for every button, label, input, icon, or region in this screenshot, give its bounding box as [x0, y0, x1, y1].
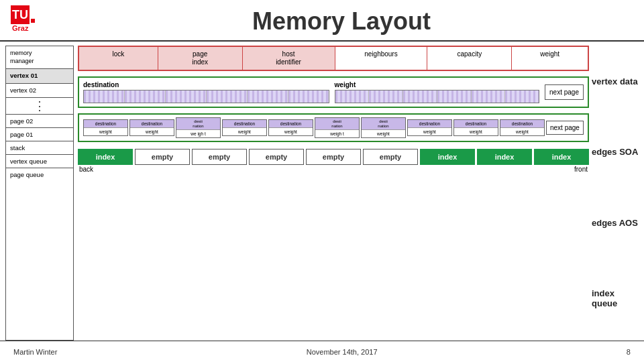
side-label-edges-aos: edges AOS [592, 219, 639, 229]
iq-front-label: front [574, 166, 588, 173]
side-label-vertex-data: vertex data [592, 77, 639, 87]
soa-dest-label: destination [83, 81, 329, 88]
aos-dest-2: destination [130, 120, 174, 128]
stripe-3 [166, 90, 207, 103]
aos-dest-10: destination [500, 120, 544, 128]
aos-weight-8: weight [408, 128, 451, 135]
footer: Martin Winter November 14th, 2017 8 [0, 341, 644, 362]
header: TU Graz Memory Layout [0, 0, 644, 42]
side-label-edges-soa: edges SOA [592, 147, 639, 158]
index-queue-boxes: index empty empty empty empty empty inde… [78, 149, 589, 165]
soa-weight-group: weight [335, 81, 539, 103]
footer-center: November 14th, 2017 [307, 348, 378, 356]
index-queue-row: index empty empty empty empty empty inde… [78, 147, 589, 173]
aos-weight-7: weight [362, 130, 405, 137]
aos-weight-10: weight [500, 128, 544, 135]
svg-rect-3 [31, 19, 35, 23]
aos-dest-9: destination [454, 120, 498, 128]
aos-cell-1: destination weight [83, 119, 128, 136]
aos-dest-1: destination [84, 120, 127, 128]
svg-text:TU: TU [12, 8, 28, 21]
sidebar-item-stack: stack [6, 141, 73, 155]
aos-cell-10: destination weight [500, 119, 545, 136]
vd-lock: lock [79, 47, 158, 70]
stripe-w5 [472, 90, 506, 103]
sidebar-item-vertex02: vertex 02 [6, 84, 73, 98]
side-label-index-queue: index queue [592, 289, 639, 309]
iq-cell-6: empty [363, 149, 418, 165]
stripe-w4 [437, 90, 472, 103]
vd-weight: weight [512, 47, 588, 70]
stripe-w3 [403, 90, 437, 103]
aos-cell-5: destination weight [268, 119, 313, 136]
soa-dest-stripes [83, 90, 329, 103]
side-labels: vertex data edges SOA edges AOS index qu… [592, 46, 639, 341]
iq-cell-7: index [420, 149, 475, 165]
sidebar-item-memory-manager: memorymanager [6, 46, 73, 69]
aos-dest-4: destination [223, 120, 266, 128]
aos-weight-4: weight [223, 128, 266, 135]
stripe-1 [84, 90, 125, 103]
stripe-4 [207, 90, 248, 103]
aos-weight-2: weight [130, 128, 174, 135]
aos-cell-6: destination weigh t [315, 117, 360, 138]
aos-cell-7: destination weight [361, 117, 406, 138]
sidebar-item-vertex-queue: vertex queue [6, 155, 73, 168]
iq-cell-5: empty [306, 149, 361, 165]
iq-cell-1: index [78, 149, 133, 165]
stripe-w6 [505, 90, 539, 103]
iq-back-label: back [79, 166, 93, 173]
diagram-rows: lock pageindex hostidentifier neighbours… [78, 46, 589, 341]
aos-weight-3: we igh t [176, 130, 220, 137]
soa-next-page: next page [545, 84, 584, 100]
aos-dest-5: destination [269, 120, 313, 128]
tu-graz-logo: TU Graz [11, 5, 52, 38]
footer-left: Martin Winter [13, 348, 57, 356]
vd-page-index: pageindex [158, 47, 243, 70]
aos-cell-4: destination weight [222, 119, 267, 136]
aos-cell-9: destination weight [453, 119, 498, 136]
aos-dest-3: destination [176, 118, 220, 130]
vd-capacity: capacity [427, 47, 512, 70]
edges-soa-inner: destination weight [83, 81, 584, 103]
edges-aos-inner: destination weight destination weight de… [83, 117, 584, 138]
aos-weight-1: weight [84, 128, 127, 135]
soa-weight-label: weight [335, 81, 539, 88]
aos-dest-8: destination [408, 120, 451, 128]
aos-cell-2: destination weight [129, 119, 174, 136]
aos-dest-6: destination [315, 118, 359, 130]
sidebar: memorymanager vertex 01 vertex 02 ⋮ page… [5, 46, 74, 341]
footer-right: 8 [627, 348, 631, 356]
main-content: memorymanager vertex 01 vertex 02 ⋮ page… [0, 42, 644, 341]
stripe-w1 [335, 90, 370, 103]
stripe-5 [248, 90, 288, 103]
sidebar-dots-1: ⋮ [6, 98, 73, 115]
aos-cell-8: destination weight [407, 119, 452, 136]
stripe-6 [288, 90, 329, 103]
aos-next-page: next page [546, 121, 584, 135]
iq-cell-3: empty [192, 149, 247, 165]
aos-weight-6: weigh t [315, 130, 359, 137]
iq-cell-2: empty [135, 149, 190, 165]
sidebar-item-page-queue: page queue [6, 168, 73, 181]
aos-weight-9: weight [454, 128, 498, 135]
aos-dest-7: destination [362, 118, 405, 130]
iq-cell-9: index [534, 149, 589, 165]
sidebar-item-page02: page 02 [6, 115, 73, 128]
page-title: Memory Layout [52, 7, 631, 36]
svg-text:Graz: Graz [12, 24, 29, 32]
edges-soa-row: destination weight [78, 76, 589, 108]
stripe-2 [125, 90, 166, 103]
sidebar-item-vertex01: vertex 01 [6, 69, 73, 83]
diagram-area: lock pageindex hostidentifier neighbours… [78, 46, 639, 341]
iq-cell-8: index [477, 149, 532, 165]
aos-cell-3: destination we igh t [176, 117, 221, 138]
edges-aos-row: destination weight destination weight de… [78, 113, 589, 142]
vd-neighbours: neighbours [335, 47, 428, 70]
iq-back-front: back front [78, 165, 589, 173]
vertex-data-boxes: lock pageindex hostidentifier neighbours… [78, 46, 589, 71]
sidebar-item-page01: page 01 [6, 128, 73, 141]
soa-destination-group: destination [83, 81, 329, 103]
aos-weight-5: weight [269, 128, 313, 135]
soa-weight-stripes [335, 90, 539, 103]
